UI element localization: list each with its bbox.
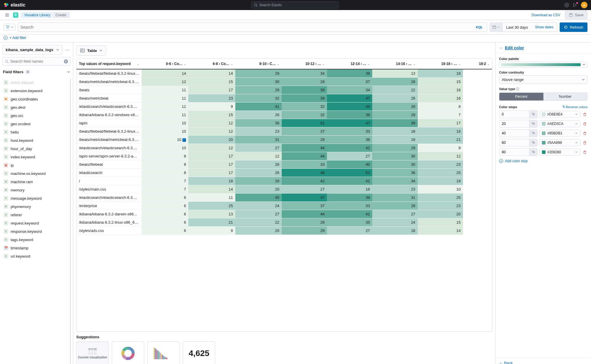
- table-cell[interactable]: 26: [372, 94, 417, 103]
- delete-stop-button[interactable]: [582, 140, 587, 145]
- color-continuity-select[interactable]: Above range: [499, 75, 587, 84]
- stop-value-field[interactable]: [499, 120, 529, 127]
- field-item[interactable]: 📅timestamp: [2, 244, 70, 252]
- table-cell[interactable]: 19: [372, 136, 417, 144]
- stop-value-field[interactable]: [499, 139, 529, 146]
- table-cell[interactable]: 14: [142, 69, 188, 78]
- field-item[interactable]: thello: [2, 128, 70, 136]
- table-cell[interactable]: 36: [235, 119, 282, 127]
- table-cell[interactable]: 14: [418, 227, 463, 235]
- table-cell[interactable]: 17: [418, 119, 463, 127]
- table-cell[interactable]: 33: [327, 127, 372, 136]
- table-cell[interactable]: 46: [282, 169, 327, 177]
- row-label[interactable]: /apm-server/apm-server-6.3.2-amd64.d…: [77, 152, 142, 160]
- download-csv-button[interactable]: Download as CSV: [529, 12, 563, 18]
- table-cell[interactable]: 9: [418, 144, 463, 152]
- table-cell[interactable]: 27: [235, 144, 282, 152]
- table-cell[interactable]: 26: [235, 160, 282, 169]
- field-item[interactable]: tmessage.keyword: [2, 194, 70, 202]
- reverse-colors-button[interactable]: ⇅ Reverse colors: [562, 105, 587, 109]
- table-cell[interactable]: 23: [235, 127, 282, 136]
- table-cell[interactable]: 26: [235, 111, 282, 119]
- table-cell[interactable]: 14: [188, 185, 235, 194]
- suggestion-metric[interactable]: 4,625: [183, 342, 215, 364]
- stop-value-field[interactable]: [499, 130, 529, 137]
- table-cell[interactable]: 20: [418, 210, 463, 218]
- kql-toggle[interactable]: KQL: [474, 25, 485, 30]
- table-cell[interactable]: 41: [235, 103, 282, 111]
- column-header[interactable]: 14-16 › …⌄: [372, 59, 417, 69]
- row-label[interactable]: /beats/metricbeat/metricbeat-6.3.2-amd…: [77, 78, 142, 86]
- table-cell[interactable]: 18: [418, 69, 463, 78]
- table-cell[interactable]: 27: [282, 185, 327, 194]
- table-cell[interactable]: 45: [235, 194, 282, 202]
- table-cell[interactable]: 39: [372, 119, 417, 127]
- table-cell[interactable]: 6: [142, 210, 188, 218]
- field-item[interactable]: tresponse.keyword: [2, 227, 70, 235]
- table-cell[interactable]: 6: [142, 227, 188, 235]
- delete-stop-button[interactable]: [582, 121, 587, 126]
- add-filter-button[interactable]: + + Add filter: [4, 36, 26, 40]
- table-cell[interactable]: 39: [282, 94, 327, 103]
- table-cell[interactable]: 10: [142, 119, 188, 127]
- table-cell[interactable]: 28: [372, 103, 417, 111]
- table-cell[interactable]: 7: [418, 111, 463, 119]
- table-cell[interactable]: 29: [235, 69, 282, 78]
- delete-stop-button[interactable]: [582, 112, 587, 117]
- table-cell[interactable]: 22: [372, 86, 417, 94]
- table-cell[interactable]: 52: [327, 169, 372, 177]
- field-item[interactable]: #machine.ram: [2, 178, 70, 186]
- table-cell[interactable]: 18: [372, 227, 417, 235]
- suggestion-bar[interactable]: [147, 342, 180, 364]
- column-header[interactable]: Top values of request.keyword⌄: [77, 59, 142, 69]
- value-type-option[interactable]: Number: [543, 93, 587, 100]
- table-cell[interactable]: 32: [282, 111, 327, 119]
- field-filters-toggle[interactable]: Field filters 0: [2, 68, 71, 76]
- color-stop-color-picker[interactable]: #5AA898: [539, 139, 580, 146]
- table-cell[interactable]: 6: [142, 194, 188, 202]
- value-type-option[interactable]: Percent: [499, 93, 543, 100]
- table-cell[interactable]: 51: [282, 119, 327, 127]
- table-cell[interactable]: 23: [372, 185, 417, 194]
- table-cell[interactable]: 41: [327, 177, 372, 185]
- table-cell[interactable]: 38: [327, 111, 372, 119]
- table-cell[interactable]: 20: [235, 227, 282, 235]
- table-cell[interactable]: 16: [418, 86, 463, 94]
- column-header[interactable]: 10-12 › …⌄: [282, 59, 327, 69]
- table-cell[interactable]: 23: [418, 202, 463, 210]
- elastic-logo[interactable]: elastic: [4, 2, 25, 8]
- field-item[interactable]: thost.keyword: [2, 136, 70, 144]
- row-label[interactable]: /elasticsearch/elasticsearch-6.3.2.zip: [77, 194, 142, 202]
- table-cell[interactable]: 18: [188, 177, 235, 185]
- table-cell[interactable]: 25: [418, 194, 463, 202]
- table-cell[interactable]: 28: [235, 177, 282, 185]
- table-cell[interactable]: 11: [142, 111, 188, 119]
- table-cell[interactable]: 27: [327, 227, 372, 235]
- table-cell[interactable]: 34: [372, 177, 417, 185]
- user-avatar[interactable]: e: [581, 2, 587, 8]
- row-label[interactable]: /styles/main.css: [77, 185, 142, 194]
- table-cell[interactable]: 11: [188, 194, 235, 202]
- table-cell[interactable]: 33: [282, 160, 327, 169]
- table-cell[interactable]: 12: [235, 152, 282, 160]
- table-cell[interactable]: 19: [418, 177, 463, 185]
- table-cell[interactable]: 28: [372, 78, 417, 86]
- table-cell[interactable]: 29: [372, 111, 417, 119]
- table-cell[interactable]: 21: [418, 136, 463, 144]
- back-button[interactable]: ← Back: [499, 361, 587, 364]
- field-item[interactable]: tgeo.srcdest: [2, 120, 70, 128]
- table-cell[interactable]: 9: [188, 103, 235, 111]
- row-label[interactable]: /elasticsearch: [77, 169, 142, 177]
- color-stop-color-picker[interactable]: #209280: [539, 149, 580, 156]
- table-cell[interactable]: 24: [235, 202, 282, 210]
- table-cell[interactable]: 12: [188, 119, 235, 127]
- table-cell[interactable]: 33: [327, 202, 372, 210]
- table-cell[interactable]: 15: [418, 218, 463, 227]
- table-cell[interactable]: 11: [142, 86, 188, 94]
- table-cell[interactable]: 14: [188, 69, 235, 78]
- field-item[interactable]: ttags.keyword: [2, 235, 70, 244]
- table-cell[interactable]: 29: [372, 144, 417, 152]
- table-cell[interactable]: 23: [418, 160, 463, 169]
- field-item[interactable]: tgeo.src: [2, 111, 70, 120]
- table-cell[interactable]: 20: [235, 185, 282, 194]
